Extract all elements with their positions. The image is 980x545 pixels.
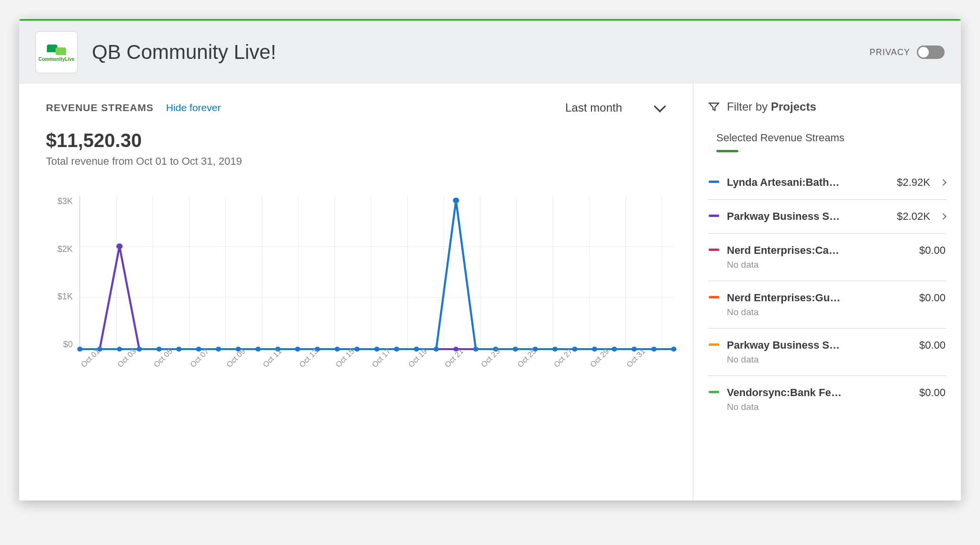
privacy-label: PRIVACY — [869, 47, 910, 57]
streams-subhead: Selected Revenue Streams — [716, 132, 947, 144]
chart-x-axis: Oct 01Oct 03Oct 05Oct 07Oct 09Oct 11Oct … — [79, 354, 674, 363]
period-dropdown[interactable]: Last month — [565, 101, 674, 114]
stream-row[interactable]: Parkway Business S…$2.02K — [708, 200, 947, 234]
stream-name: Parkway Business S… — [727, 210, 840, 223]
stream-value: $2.92K — [897, 176, 930, 189]
content-body: REVENUE STREAMS Hide forever Last month … — [19, 84, 961, 500]
stream-row[interactable]: Nerd Enterprises:Ca…No data$0.00 — [708, 234, 947, 281]
stream-color-swatch — [709, 249, 719, 251]
stream-color-swatch — [709, 215, 719, 217]
stream-subtext: No data — [727, 354, 840, 365]
stream-name: Vendorsync:Bank Fe… — [727, 386, 842, 399]
chevron-right-icon — [940, 179, 947, 186]
chart-data-point[interactable] — [295, 347, 301, 352]
stream-value: $0.00 — [919, 339, 946, 352]
filter-icon — [708, 101, 720, 113]
privacy-control: PRIVACY — [869, 45, 945, 59]
privacy-toggle[interactable] — [917, 45, 945, 59]
stream-name: Nerd Enterprises:Ca… — [727, 244, 839, 257]
chart-data-point[interactable] — [256, 347, 261, 352]
main-panel: REVENUE STREAMS Hide forever Last month … — [19, 84, 693, 500]
stream-value: $0.00 — [919, 292, 946, 304]
chart-data-point[interactable] — [116, 243, 122, 249]
chart-data-point[interactable] — [671, 347, 677, 352]
chart-series-line — [80, 246, 674, 349]
chart-data-point[interactable] — [552, 347, 557, 352]
chevron-right-icon — [940, 213, 947, 220]
chart-series-line — [80, 201, 674, 349]
y-tick: $2K — [57, 244, 73, 254]
stream-value: $0.00 — [919, 244, 946, 257]
filter-bold: Projects — [771, 100, 816, 113]
app-logo: CommunityLive — [35, 31, 78, 73]
chart-plot-area[interactable] — [79, 196, 674, 350]
stream-value: $2.02K — [897, 210, 930, 223]
stream-name: Parkway Business S… — [727, 339, 840, 352]
filter-prefix: Filter by — [727, 100, 771, 113]
total-revenue-subtext: Total revenue from Oct 01 to Oct 31, 201… — [46, 155, 674, 168]
chart-data-point[interactable] — [632, 347, 637, 352]
y-tick: $0 — [63, 340, 73, 350]
total-revenue-amount: $11,520.30 — [46, 130, 674, 151]
filter-header[interactable]: Filter by Projects — [708, 100, 947, 114]
stream-color-swatch — [709, 343, 719, 346]
stream-row[interactable]: Parkway Business S…No data$0.00 — [708, 329, 947, 376]
stream-row[interactable]: Lynda Artesani:Bath…$2.92K — [708, 166, 947, 200]
stream-color-swatch — [709, 181, 719, 183]
hide-forever-link[interactable]: Hide forever — [166, 102, 221, 114]
side-panel: Filter by Projects Selected Revenue Stre… — [693, 84, 961, 500]
chart-data-point[interactable] — [453, 198, 459, 204]
chart-data-point[interactable] — [216, 347, 221, 352]
stream-subtext: No data — [727, 307, 840, 318]
stream-row[interactable]: Nerd Enterprises:Gu…No data$0.00 — [708, 281, 947, 329]
section-title: REVENUE STREAMS — [46, 102, 154, 114]
revenue-chart: $3K$2K$1K$0 — [46, 196, 674, 350]
chart-data-point[interactable] — [513, 347, 518, 352]
chart-data-point[interactable] — [592, 347, 597, 352]
chart-data-point[interactable] — [334, 347, 340, 352]
y-tick: $3K — [57, 196, 73, 206]
period-label: Last month — [565, 101, 622, 114]
stream-row[interactable]: Vendorsync:Bank Fe…No data$0.00 — [708, 376, 947, 423]
chart-data-point[interactable] — [473, 347, 479, 352]
chart-data-point[interactable] — [78, 347, 83, 352]
streams-list: Lynda Artesani:Bath…$2.92KParkway Busine… — [708, 166, 947, 423]
chart-data-point[interactable] — [156, 347, 162, 352]
stream-value: $0.00 — [919, 386, 946, 399]
chart-data-point[interactable] — [374, 347, 379, 352]
streams-subhead-underline — [716, 150, 738, 152]
stream-subtext: No data — [727, 260, 839, 270]
section-header-row: REVENUE STREAMS Hide forever Last month — [46, 101, 674, 114]
stream-color-swatch — [709, 391, 719, 393]
stream-color-swatch — [709, 296, 719, 298]
logo-text: CommunityLive — [38, 57, 74, 62]
page-title: QB Community Live! — [92, 41, 276, 64]
stream-name: Lynda Artesani:Bath… — [727, 176, 840, 189]
chevron-down-icon — [654, 100, 666, 112]
app-header: CommunityLive QB Community Live! PRIVACY — [19, 21, 961, 84]
app-window: CommunityLive QB Community Live! PRIVACY… — [19, 19, 961, 500]
chart-data-point[interactable] — [117, 347, 122, 352]
chart-y-axis: $3K$2K$1K$0 — [46, 196, 79, 350]
y-tick: $1K — [57, 292, 73, 302]
stream-name: Nerd Enterprises:Gu… — [727, 292, 840, 304]
community-live-icon — [47, 43, 66, 57]
stream-subtext: No data — [727, 402, 842, 412]
chart-svg — [80, 196, 674, 349]
